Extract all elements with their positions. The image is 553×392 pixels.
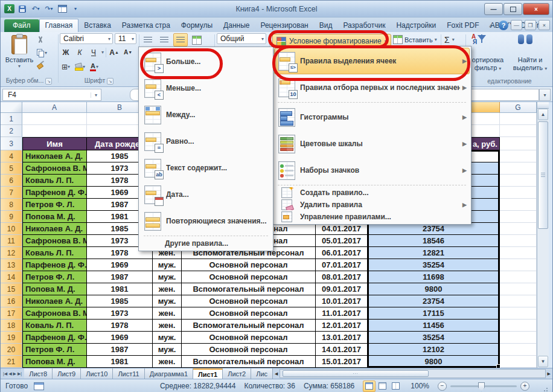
horizontal-scrollbar[interactable]: [280, 369, 545, 378]
tab-split-right-icon[interactable]: ▶: [546, 368, 552, 379]
zoom-out-button[interactable]: −: [438, 382, 447, 391]
autosum-button[interactable]: Σ▾: [443, 34, 456, 45]
cell[interactable]: Петров Ф. Л.: [22, 344, 87, 356]
row-header[interactable]: 15: [1, 283, 22, 295]
cell[interactable]: 05.01.2017: [316, 235, 368, 247]
format-painter-button[interactable]: [36, 60, 51, 71]
cell[interactable]: жен.: [153, 283, 182, 295]
cf-menu-item[interactable]: Удалить правила▶: [274, 199, 470, 211]
macro-record-icon[interactable]: [34, 382, 44, 390]
sheet-tab[interactable]: Лист9: [53, 368, 81, 379]
italic-button[interactable]: К: [74, 47, 86, 57]
cell[interactable]: [500, 259, 537, 271]
cell[interactable]: жен.: [153, 356, 182, 368]
font-name-combo[interactable]: Calibri▾: [60, 33, 113, 44]
collapse-ribbon-icon[interactable]: ▵: [485, 20, 496, 30]
cell[interactable]: [500, 356, 537, 368]
zoom-slider[interactable]: [450, 385, 517, 387]
cf-menu-item[interactable]: ≤>Правила выделения ячеек▶: [274, 48, 470, 74]
cell[interactable]: [500, 223, 537, 235]
cell[interactable]: Попова М. Д.: [22, 211, 87, 223]
cell[interactable]: 1987: [87, 271, 153, 283]
minimize-button[interactable]: —: [484, 3, 503, 15]
resize-grip[interactable]: [540, 382, 549, 390]
cell[interactable]: 18546: [368, 235, 500, 247]
cell[interactable]: муж.: [153, 295, 182, 307]
last-sheet-button[interactable]: ▶|: [18, 371, 22, 376]
cf-menu-item[interactable]: ↑10Правила отбора первых и последних зна…: [274, 74, 470, 101]
cell[interactable]: Основной персонал: [182, 259, 316, 271]
cell[interactable]: 9800: [368, 356, 500, 368]
close-button[interactable]: ×: [523, 3, 549, 15]
sheet-tab[interactable]: Лис: [251, 368, 273, 379]
normal-view-button[interactable]: [363, 381, 376, 392]
cell[interactable]: [22, 125, 87, 137]
align-middle-button[interactable]: [157, 33, 171, 47]
horizontal-scrollbar-thumb[interactable]: [283, 370, 429, 377]
cell[interactable]: Вспомогательный персонал: [182, 283, 316, 295]
cell[interactable]: Сафронова В. М.: [22, 162, 87, 175]
cell[interactable]: [500, 283, 537, 295]
cell[interactable]: [500, 307, 537, 320]
fill-color-button[interactable]: ▾: [74, 62, 86, 72]
underline-caret-icon[interactable]: ▾: [101, 50, 104, 55]
bold-button[interactable]: Ж: [60, 47, 72, 57]
row-header[interactable]: 3: [1, 137, 22, 150]
ribbon-tab[interactable]: Файл: [4, 19, 39, 32]
cell[interactable]: 23754: [368, 295, 500, 307]
cell[interactable]: [500, 320, 537, 332]
align-bottom-button[interactable]: [173, 33, 188, 47]
sheet-tab[interactable]: Лист1: [193, 368, 223, 379]
row-header[interactable]: 9: [1, 211, 22, 223]
row-header[interactable]: 12: [1, 247, 22, 259]
copy-button[interactable]: ▾: [36, 47, 51, 58]
restore-button[interactable]: [503, 3, 522, 15]
scroll-down-button[interactable]: ▼: [538, 356, 548, 367]
cell[interactable]: Петров Ф. Л.: [22, 271, 87, 283]
cell[interactable]: 35254: [368, 259, 500, 271]
cell[interactable]: Николаев А. Д.: [22, 150, 87, 162]
formula-bar-expand-button[interactable]: ▾: [539, 89, 551, 101]
cf-menu-item[interactable]: ✦Создать правило...: [274, 187, 470, 199]
name-box[interactable]: F4 ▾: [2, 89, 101, 101]
cell[interactable]: 17115: [368, 307, 500, 320]
zoom-slider-thumb[interactable]: [478, 382, 485, 391]
cell[interactable]: 13.01.2017: [316, 332, 368, 344]
workbook-minimize-button[interactable]: —: [511, 20, 522, 30]
cell[interactable]: Основной персонал: [182, 307, 316, 320]
cell[interactable]: [500, 332, 537, 344]
cell[interactable]: 12102: [368, 344, 500, 356]
cell[interactable]: 04.01.2017: [316, 223, 368, 235]
cf-menu-item[interactable]: Цветовые шкалы▶: [274, 130, 470, 157]
cell[interactable]: 23754: [368, 223, 500, 235]
cell[interactable]: 06.01.2017: [316, 247, 368, 259]
cell[interactable]: Основной персонал: [182, 344, 316, 356]
page-break-view-button[interactable]: [389, 381, 402, 392]
cell[interactable]: муж.: [153, 344, 182, 356]
row-header[interactable]: 2: [1, 125, 22, 137]
row-header[interactable]: 21: [1, 356, 22, 368]
cell[interactable]: 10.01.2017: [316, 295, 368, 307]
split-handle[interactable]: [537, 102, 549, 109]
ribbon-tab[interactable]: Вид: [314, 19, 338, 32]
column-header[interactable]: A: [22, 102, 87, 113]
cell[interactable]: Имя: [22, 137, 87, 150]
cf-submenu-item[interactable]: <Меньше...: [140, 75, 272, 101]
cell[interactable]: 11.01.2017: [316, 307, 368, 320]
page-layout-view-button[interactable]: [376, 381, 389, 392]
cell[interactable]: 08.01.2017: [316, 271, 368, 283]
underline-button[interactable]: Ч: [88, 47, 100, 57]
cell[interactable]: 1978: [87, 320, 153, 332]
scroll-up-button[interactable]: ▲: [538, 109, 548, 120]
sheet-tab[interactable]: Лист11: [113, 368, 144, 379]
cell[interactable]: муж.: [153, 332, 182, 344]
cell[interactable]: [500, 125, 537, 137]
clipboard-dialog-launcher-icon[interactable]: ↘: [45, 78, 52, 85]
cell[interactable]: Вспомогательный персонал: [182, 320, 316, 332]
cell[interactable]: [22, 113, 87, 125]
zoom-in-button[interactable]: +: [520, 382, 529, 391]
cell[interactable]: муж.: [153, 271, 182, 283]
cell[interactable]: [500, 247, 537, 259]
cell[interactable]: [500, 344, 537, 356]
ribbon-tab[interactable]: Надстройки: [391, 19, 441, 32]
